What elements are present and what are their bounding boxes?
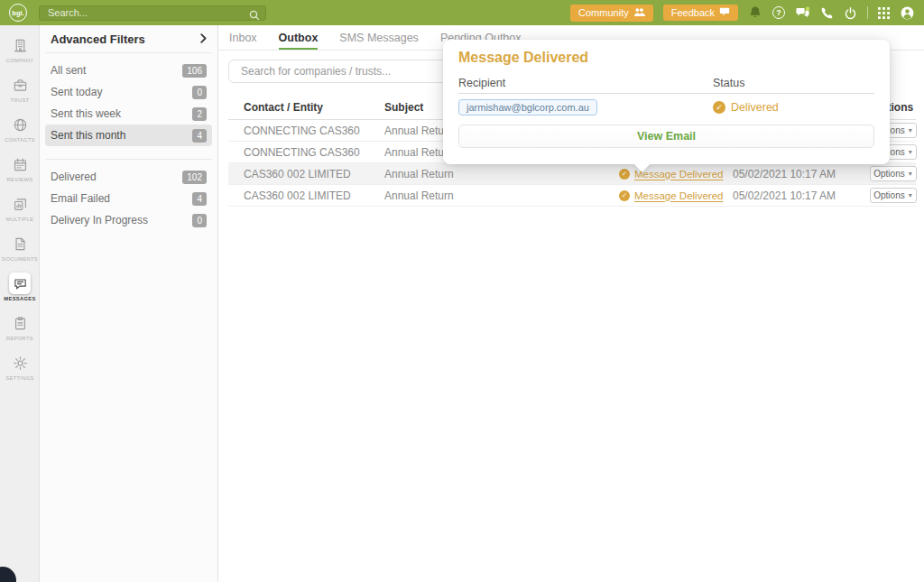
count-badge: 0 bbox=[192, 214, 207, 227]
filter-sent-today[interactable]: Sent today 0 bbox=[45, 81, 212, 103]
filter-email-failed[interactable]: Email Failed 4 bbox=[45, 188, 212, 209]
table-row-highlighted: CAS360 002 LIMITED Annual Return ✓ Messa… bbox=[228, 163, 916, 185]
popover-title: Message Delivered bbox=[458, 50, 588, 66]
delivered-check-icon: ✓ bbox=[619, 169, 630, 180]
delivered-status-text: Delivered bbox=[731, 101, 779, 114]
filter-label: All sent bbox=[51, 64, 86, 77]
count-badge: 102 bbox=[182, 171, 207, 184]
filter-label: Email Failed bbox=[51, 192, 110, 205]
sidebar-item-contacts[interactable]: CONTACTS bbox=[0, 110, 40, 150]
message-delivered-link[interactable]: Message Delivered bbox=[634, 169, 723, 180]
advanced-filters-header[interactable]: Advanced Filters bbox=[40, 25, 217, 52]
sidebar-label: TRUST bbox=[11, 97, 30, 103]
sidebar-item-messages[interactable]: MESSAGES bbox=[0, 269, 40, 309]
logout-power-icon[interactable] bbox=[844, 6, 857, 20]
cell-status: ✓ Message Delivered bbox=[619, 190, 733, 201]
cell-contact: CONNECTING CAS360 bbox=[244, 125, 384, 137]
header-actions: Community Feedback ? bbox=[570, 5, 915, 22]
sidebar-label: CONTACTS bbox=[5, 137, 35, 143]
sidebar-item-settings[interactable]: SETTINGS bbox=[0, 348, 40, 388]
sidebar-label: MULTIPLE bbox=[6, 217, 33, 222]
popover-divider bbox=[458, 93, 874, 94]
sidebar-item-documents[interactable]: DOCUMENTS bbox=[0, 229, 40, 269]
icon-sidebar: COMPANY TRUST CONTACTS REVIEWS MULTIPLE bbox=[0, 25, 40, 582]
sidebar-label: REVIEWS bbox=[7, 177, 33, 182]
cell-contact: CONNECTING CAS360 bbox=[244, 146, 384, 159]
options-label: Options bbox=[873, 169, 904, 179]
options-button[interactable]: Options ▾ bbox=[870, 188, 917, 203]
calendar-icon bbox=[9, 153, 31, 175]
header-divider bbox=[867, 6, 868, 19]
count-badge: 106 bbox=[182, 64, 207, 78]
delivered-check-icon: ✓ bbox=[713, 101, 725, 114]
cell-date: 05/02/2021 10:17 AM bbox=[733, 168, 870, 180]
filter-group-status: Delivered 102 Email Failed 4 Delivery In… bbox=[40, 160, 217, 237]
filter-label: Delivery In Progress bbox=[51, 214, 148, 226]
filter-label: Delivered bbox=[51, 171, 97, 183]
notifications-bell-icon[interactable] bbox=[748, 5, 762, 20]
apps-grid-icon[interactable] bbox=[878, 7, 890, 19]
advanced-filters-title: Advanced Filters bbox=[51, 32, 145, 46]
sidebar-item-company[interactable]: COMPANY bbox=[0, 31, 40, 70]
filter-sent-this-month[interactable]: Sent this month 4 bbox=[45, 125, 212, 146]
briefcase-icon bbox=[9, 74, 31, 96]
filter-sent-this-week[interactable]: Sent this week 2 bbox=[45, 103, 212, 125]
global-search-input[interactable] bbox=[40, 6, 265, 20]
options-button[interactable]: Options ▾ bbox=[870, 166, 917, 181]
cell-contact: CAS360 002 LIMITED bbox=[244, 189, 384, 202]
filter-delivery-in-progress[interactable]: Delivery In Progress 0 bbox=[45, 209, 212, 231]
phone-icon[interactable] bbox=[820, 6, 834, 20]
status-label: Status bbox=[713, 77, 744, 89]
sidebar-item-reviews[interactable]: REVIEWS bbox=[0, 150, 40, 189]
sidebar-item-multiple[interactable]: MULTIPLE bbox=[0, 189, 40, 229]
sidebar-item-trust[interactable]: TRUST bbox=[0, 70, 40, 110]
filter-label: Sent this month bbox=[51, 129, 125, 142]
community-button[interactable]: Community bbox=[570, 5, 653, 22]
cell-subject: Annual Return bbox=[384, 168, 619, 180]
count-badge: 0 bbox=[192, 86, 207, 99]
message-delivered-link[interactable]: Message Delivered bbox=[634, 190, 723, 201]
cell-contact: CAS360 002 LIMITED bbox=[244, 168, 384, 180]
filter-all-sent[interactable]: All sent 106 bbox=[45, 60, 212, 81]
top-header: bgl. Community Feedback bbox=[0, 0, 924, 25]
globe-icon bbox=[9, 114, 31, 135]
global-search bbox=[39, 5, 266, 21]
app-window: bgl. Community Feedback bbox=[0, 0, 924, 582]
view-email-button[interactable]: View Email bbox=[458, 125, 874, 148]
sidebar-label: COMPANY bbox=[6, 58, 34, 63]
gear-icon bbox=[9, 352, 31, 374]
cell-status: ✓ Message Delivered bbox=[619, 169, 733, 180]
people-icon bbox=[633, 7, 645, 19]
options-label: Options bbox=[873, 190, 904, 200]
tab-sms-messages[interactable]: SMS Messages bbox=[339, 25, 419, 50]
table-row: CAS360 002 LIMITED Annual Return ✓ Messa… bbox=[228, 185, 916, 207]
multiple-pages-icon bbox=[9, 193, 31, 215]
sidebar-item-reports[interactable]: REPORTS bbox=[0, 309, 40, 348]
company-building-icon bbox=[9, 34, 31, 56]
recipient-label: Recipient bbox=[458, 77, 505, 89]
sidebar-label: MESSAGES bbox=[4, 296, 35, 301]
filter-delivered[interactable]: Delivered 102 bbox=[45, 166, 212, 188]
recipient-email-chip: jarmishaw@bglcorp.com.au bbox=[458, 99, 597, 115]
caret-down-icon: ▾ bbox=[909, 192, 912, 199]
filter-label: Sent this week bbox=[51, 107, 121, 120]
cell-date: 05/02/2021 10:17 AM bbox=[733, 189, 870, 202]
header-contact-entity: Contact / Entity bbox=[244, 101, 384, 114]
count-badge: 4 bbox=[192, 192, 207, 206]
filter-label: Sent today bbox=[51, 86, 102, 98]
help-icon[interactable]: ? bbox=[772, 6, 785, 19]
caret-down-icon: ▾ bbox=[909, 127, 912, 134]
chat-messages-icon[interactable] bbox=[795, 6, 810, 20]
caret-down-icon: ▾ bbox=[909, 171, 912, 178]
feedback-button[interactable]: Feedback bbox=[663, 5, 738, 21]
tab-outbox[interactable]: Outbox bbox=[279, 25, 319, 50]
user-avatar-icon[interactable] bbox=[900, 5, 915, 21]
cell-subject: Annual Return bbox=[384, 189, 619, 202]
clipboard-icon bbox=[9, 312, 31, 334]
tab-inbox[interactable]: Inbox bbox=[229, 25, 257, 50]
bgl-logo: bgl. bbox=[9, 4, 27, 22]
messages-bubble-icon bbox=[9, 273, 31, 294]
community-label: Community bbox=[578, 7, 629, 18]
speech-bubble-icon bbox=[719, 7, 730, 18]
document-file-icon bbox=[9, 233, 31, 254]
